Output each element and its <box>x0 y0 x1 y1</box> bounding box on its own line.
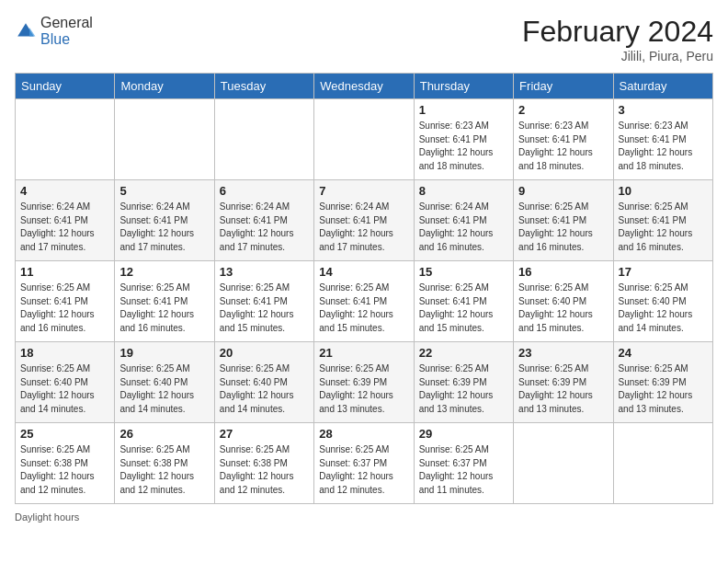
calendar-cell-w1-d4: 8Sunrise: 6:24 AM Sunset: 6:41 PM Daylig… <box>414 180 513 261</box>
calendar-cell-w1-d3: 7Sunrise: 6:24 AM Sunset: 6:41 PM Daylig… <box>314 180 414 261</box>
logo: General Blue <box>15 15 93 48</box>
day-number: 20 <box>220 346 309 360</box>
week-row-3: 18Sunrise: 6:25 AM Sunset: 6:40 PM Dayli… <box>16 342 713 423</box>
day-info: Sunrise: 6:25 AM Sunset: 6:41 PM Dayligh… <box>518 201 608 254</box>
calendar-cell-w1-d6: 10Sunrise: 6:25 AM Sunset: 6:41 PM Dayli… <box>613 180 712 261</box>
header-day-sunday: Sunday <box>16 74 115 99</box>
calendar-cell-w4-d3: 28Sunrise: 6:25 AM Sunset: 6:37 PM Dayli… <box>314 423 414 504</box>
day-info: Sunrise: 6:25 AM Sunset: 6:41 PM Dayligh… <box>619 201 708 254</box>
calendar-cell-w4-d2: 27Sunrise: 6:25 AM Sunset: 6:38 PM Dayli… <box>214 423 313 504</box>
day-number: 28 <box>319 427 408 441</box>
daylight-label: Daylight hours <box>15 511 79 523</box>
day-info: Sunrise: 6:25 AM Sunset: 6:39 PM Dayligh… <box>619 362 708 416</box>
calendar-cell-w2-d6: 17Sunrise: 6:25 AM Sunset: 6:40 PM Dayli… <box>613 261 712 342</box>
header-day-saturday: Saturday <box>613 74 712 99</box>
day-info: Sunrise: 6:25 AM Sunset: 6:40 PM Dayligh… <box>20 362 109 416</box>
day-number: 21 <box>319 346 408 360</box>
day-info: Sunrise: 6:24 AM Sunset: 6:41 PM Dayligh… <box>419 201 508 254</box>
calendar-cell-w3-d0: 18Sunrise: 6:25 AM Sunset: 6:40 PM Dayli… <box>16 342 115 423</box>
day-number: 13 <box>220 265 309 279</box>
day-info: Sunrise: 6:25 AM Sunset: 6:39 PM Dayligh… <box>518 362 608 416</box>
calendar-cell-w2-d5: 16Sunrise: 6:25 AM Sunset: 6:40 PM Dayli… <box>514 261 613 342</box>
day-info: Sunrise: 6:25 AM Sunset: 6:38 PM Dayligh… <box>220 443 309 497</box>
day-info: Sunrise: 6:25 AM Sunset: 6:39 PM Dayligh… <box>319 362 408 416</box>
day-number: 1 <box>419 103 508 117</box>
calendar-cell-w3-d6: 24Sunrise: 6:25 AM Sunset: 6:39 PM Dayli… <box>613 342 712 423</box>
day-info: Sunrise: 6:25 AM Sunset: 6:40 PM Dayligh… <box>119 362 209 416</box>
logo-general-text: General <box>40 15 93 30</box>
calendar-cell-w1-d1: 5Sunrise: 6:24 AM Sunset: 6:41 PM Daylig… <box>115 180 214 261</box>
day-number: 16 <box>518 265 608 279</box>
calendar-cell-w3-d1: 19Sunrise: 6:25 AM Sunset: 6:40 PM Dayli… <box>115 342 214 423</box>
day-number: 14 <box>319 265 408 279</box>
calendar-cell-w3-d5: 23Sunrise: 6:25 AM Sunset: 6:39 PM Dayli… <box>514 342 613 423</box>
calendar-cell-w1-d0: 4Sunrise: 6:24 AM Sunset: 6:41 PM Daylig… <box>16 180 115 261</box>
day-number: 8 <box>419 184 508 198</box>
calendar-cell-w2-d0: 11Sunrise: 6:25 AM Sunset: 6:41 PM Dayli… <box>16 261 115 342</box>
calendar-cell-w0-d3 <box>314 99 414 180</box>
calendar-header-row: SundayMondayTuesdayWednesdayThursdayFrid… <box>16 74 713 99</box>
day-info: Sunrise: 6:25 AM Sunset: 6:40 PM Dayligh… <box>619 282 708 335</box>
header-day-wednesday: Wednesday <box>314 74 414 99</box>
day-number: 9 <box>518 184 608 198</box>
day-info: Sunrise: 6:25 AM Sunset: 6:38 PM Dayligh… <box>20 443 109 497</box>
day-info: Sunrise: 6:24 AM Sunset: 6:41 PM Dayligh… <box>119 201 209 254</box>
week-row-4: 25Sunrise: 6:25 AM Sunset: 6:38 PM Dayli… <box>16 423 713 504</box>
day-info: Sunrise: 6:25 AM Sunset: 6:41 PM Dayligh… <box>119 282 209 335</box>
day-number: 23 <box>518 346 608 360</box>
day-info: Sunrise: 6:24 AM Sunset: 6:41 PM Dayligh… <box>319 201 408 254</box>
day-info: Sunrise: 6:25 AM Sunset: 6:38 PM Dayligh… <box>119 443 209 497</box>
calendar-cell-w2-d4: 15Sunrise: 6:25 AM Sunset: 6:41 PM Dayli… <box>414 261 513 342</box>
day-info: Sunrise: 6:25 AM Sunset: 6:41 PM Dayligh… <box>419 282 508 335</box>
day-number: 25 <box>20 427 109 441</box>
day-number: 18 <box>20 346 109 360</box>
week-row-0: 1Sunrise: 6:23 AM Sunset: 6:41 PM Daylig… <box>16 99 713 180</box>
day-number: 17 <box>619 265 708 279</box>
day-number: 5 <box>119 184 209 198</box>
logo-icon <box>15 20 37 42</box>
day-number: 4 <box>20 184 109 198</box>
header-day-monday: Monday <box>115 74 214 99</box>
day-info: Sunrise: 6:25 AM Sunset: 6:41 PM Dayligh… <box>220 282 309 335</box>
calendar-cell-w2-d3: 14Sunrise: 6:25 AM Sunset: 6:41 PM Dayli… <box>314 261 414 342</box>
calendar-cell-w4-d6 <box>613 423 712 504</box>
day-info: Sunrise: 6:25 AM Sunset: 6:41 PM Dayligh… <box>20 282 109 335</box>
calendar-cell-w2-d2: 13Sunrise: 6:25 AM Sunset: 6:41 PM Dayli… <box>214 261 313 342</box>
calendar-table: SundayMondayTuesdayWednesdayThursdayFrid… <box>15 73 713 504</box>
title-area: February 2024 Jilili, Piura, Peru <box>522 15 713 63</box>
day-number: 19 <box>119 346 209 360</box>
day-number: 22 <box>419 346 508 360</box>
day-info: Sunrise: 6:25 AM Sunset: 6:37 PM Dayligh… <box>319 443 408 497</box>
day-number: 2 <box>518 103 608 117</box>
calendar-cell-w4-d0: 25Sunrise: 6:25 AM Sunset: 6:38 PM Dayli… <box>16 423 115 504</box>
day-info: Sunrise: 6:25 AM Sunset: 6:40 PM Dayligh… <box>220 362 309 416</box>
calendar-cell-w1-d5: 9Sunrise: 6:25 AM Sunset: 6:41 PM Daylig… <box>514 180 613 261</box>
day-info: Sunrise: 6:23 AM Sunset: 6:41 PM Dayligh… <box>419 120 508 173</box>
day-number: 12 <box>119 265 209 279</box>
day-number: 24 <box>619 346 708 360</box>
calendar-cell-w4-d4: 29Sunrise: 6:25 AM Sunset: 6:37 PM Dayli… <box>414 423 513 504</box>
calendar-cell-w0-d5: 2Sunrise: 6:23 AM Sunset: 6:41 PM Daylig… <box>514 99 613 180</box>
day-number: 10 <box>619 184 708 198</box>
month-year: February 2024 <box>522 15 713 49</box>
svg-marker-1 <box>29 28 35 37</box>
calendar-cell-w1-d2: 6Sunrise: 6:24 AM Sunset: 6:41 PM Daylig… <box>214 180 313 261</box>
calendar-cell-w0-d0 <box>16 99 115 180</box>
day-info: Sunrise: 6:24 AM Sunset: 6:41 PM Dayligh… <box>20 201 109 254</box>
footer-note: Daylight hours <box>15 511 713 523</box>
calendar-cell-w3-d2: 20Sunrise: 6:25 AM Sunset: 6:40 PM Dayli… <box>214 342 313 423</box>
calendar-cell-w0-d6: 3Sunrise: 6:23 AM Sunset: 6:41 PM Daylig… <box>613 99 712 180</box>
day-number: 11 <box>20 265 109 279</box>
day-info: Sunrise: 6:25 AM Sunset: 6:41 PM Dayligh… <box>319 282 408 335</box>
calendar-cell-w3-d4: 22Sunrise: 6:25 AM Sunset: 6:39 PM Dayli… <box>414 342 513 423</box>
calendar-cell-w0-d4: 1Sunrise: 6:23 AM Sunset: 6:41 PM Daylig… <box>414 99 513 180</box>
day-number: 7 <box>319 184 408 198</box>
day-info: Sunrise: 6:25 AM Sunset: 6:40 PM Dayligh… <box>518 282 608 335</box>
day-number: 26 <box>119 427 209 441</box>
header-day-tuesday: Tuesday <box>214 74 313 99</box>
calendar-cell-w3-d3: 21Sunrise: 6:25 AM Sunset: 6:39 PM Dayli… <box>314 342 414 423</box>
calendar-cell-w4-d1: 26Sunrise: 6:25 AM Sunset: 6:38 PM Dayli… <box>115 423 214 504</box>
day-info: Sunrise: 6:25 AM Sunset: 6:39 PM Dayligh… <box>419 362 508 416</box>
calendar-cell-w2-d1: 12Sunrise: 6:25 AM Sunset: 6:41 PM Dayli… <box>115 261 214 342</box>
week-row-2: 11Sunrise: 6:25 AM Sunset: 6:41 PM Dayli… <box>16 261 713 342</box>
